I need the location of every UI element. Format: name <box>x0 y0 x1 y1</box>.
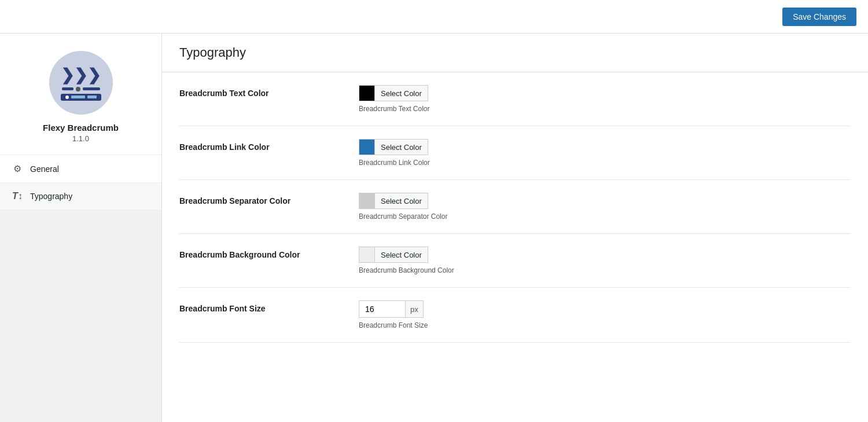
logo-bar-1 <box>62 87 100 91</box>
select-color-button-link-color[interactable]: Select Color <box>375 139 428 155</box>
color-swatch-text-color[interactable] <box>359 85 375 101</box>
setting-label-link-color: Breadcrumb Link Color <box>179 139 341 152</box>
save-button[interactable]: Save Changes <box>782 8 856 26</box>
setting-hint-separator-color: Breadcrumb Separator Color <box>359 212 447 221</box>
app-wrapper: Save Changes ❯❯❯ <box>0 0 868 422</box>
sidebar-item-general-label: General <box>30 164 59 174</box>
setting-control-link-color: Select Color Breadcrumb Link Color <box>359 139 430 167</box>
gear-icon: ⚙ <box>12 163 23 174</box>
font-size-row: px <box>359 300 428 318</box>
setting-control-text-color: Select Color Breadcrumb Text Color <box>359 85 430 113</box>
color-swatch-link-color[interactable] <box>359 139 375 155</box>
setting-label-separator-color: Breadcrumb Separator Color <box>179 193 341 206</box>
logo-card-rect-2 <box>87 96 97 98</box>
logo-line-short <box>62 87 73 90</box>
main-layout: ❯❯❯ Flexy Breadcr <box>0 34 868 422</box>
setting-row-text-color: Breadcrumb Text Color Select Color Bread… <box>179 72 851 126</box>
setting-row-link-color: Breadcrumb Link Color Select Color Bread… <box>179 126 851 180</box>
plugin-version: 1.1.0 <box>72 134 89 143</box>
sidebar-item-typography[interactable]: T↕ Typography <box>0 183 161 210</box>
plugin-name: Flexy Breadcrumb <box>43 123 119 133</box>
setting-hint-font-size: Breadcrumb Font Size <box>359 321 428 329</box>
sidebar-item-general[interactable]: ⚙ General <box>0 155 161 183</box>
sidebar-nav: ⚙ General T↕ Typography <box>0 155 161 210</box>
setting-hint-bg-color: Breadcrumb Background Color <box>359 266 454 274</box>
setting-label-font-size: Breadcrumb Font Size <box>179 300 341 313</box>
setting-label-text-color: Breadcrumb Text Color <box>179 85 341 98</box>
typography-icon: T↕ <box>12 191 23 201</box>
setting-hint-link-color: Breadcrumb Link Color <box>359 159 430 167</box>
logo-line-mid <box>83 87 100 90</box>
sidebar-rest <box>0 210 161 422</box>
setting-control-separator-color: Select Color Breadcrumb Separator Color <box>359 193 447 221</box>
setting-row-separator-color: Breadcrumb Separator Color Select Color … <box>179 180 851 234</box>
logo-card <box>61 94 101 101</box>
arrow-right-icon: ❯❯❯ <box>61 65 101 85</box>
top-bar: Save Changes <box>0 0 868 34</box>
setting-row-font-size: Breadcrumb Font Size px Breadcrumb Font … <box>179 288 851 343</box>
settings-section: Breadcrumb Text Color Select Color Bread… <box>162 72 868 343</box>
page-title: Typography <box>162 34 868 72</box>
color-picker-row-separator-color: Select Color <box>359 193 447 209</box>
logo-inner: ❯❯❯ <box>61 65 101 101</box>
logo-card-rect-1 <box>71 96 85 98</box>
color-picker-row-bg-color: Select Color <box>359 247 454 263</box>
plugin-info: ❯❯❯ Flexy Breadcr <box>0 34 161 155</box>
setting-control-font-size: px Breadcrumb Font Size <box>359 300 428 329</box>
content-area: Typography Breadcrumb Text Color Select … <box>162 34 868 422</box>
select-color-button-text-color[interactable]: Select Color <box>375 85 428 101</box>
logo-card-dot <box>65 96 69 99</box>
color-swatch-bg-color[interactable] <box>359 247 375 263</box>
select-color-button-bg-color[interactable]: Select Color <box>375 247 428 263</box>
select-color-button-separator-color[interactable]: Select Color <box>375 193 428 209</box>
color-picker-row-link-color: Select Color <box>359 139 430 155</box>
sidebar-item-typography-label: Typography <box>30 192 72 201</box>
setting-hint-text-color: Breadcrumb Text Color <box>359 105 430 113</box>
logo-arrows-icon: ❯❯❯ <box>61 65 101 85</box>
sidebar: ❯❯❯ Flexy Breadcr <box>0 34 162 422</box>
setting-row-bg-color: Breadcrumb Background Color Select Color… <box>179 234 851 288</box>
font-size-unit: px <box>405 300 424 318</box>
logo-dot <box>76 87 80 91</box>
color-picker-row-text-color: Select Color <box>359 85 430 101</box>
font-size-input[interactable] <box>359 300 405 318</box>
setting-control-bg-color: Select Color Breadcrumb Background Color <box>359 247 454 274</box>
setting-label-bg-color: Breadcrumb Background Color <box>179 247 341 259</box>
color-swatch-separator-color[interactable] <box>359 193 375 209</box>
plugin-logo: ❯❯❯ <box>49 51 113 115</box>
